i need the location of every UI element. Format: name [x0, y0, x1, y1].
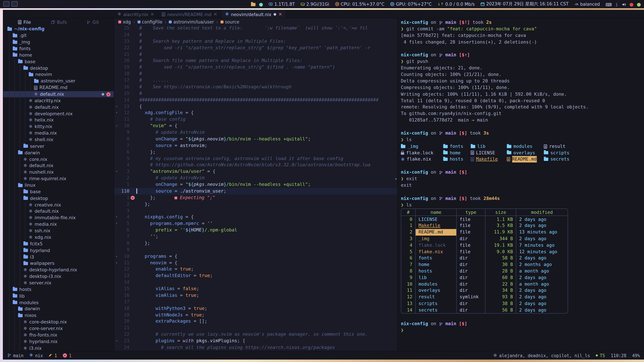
editor-line[interactable]: 11 # base config: [114, 116, 397, 123]
fold-marker[interactable]: ▾: [114, 103, 119, 110]
tree-item[interactable]: i3: [3, 254, 114, 260]
tree-item[interactable]: ❄desktop-hyprland.nix: [3, 267, 114, 273]
editor-line[interactable]: 1× };■ Expecting ";": [114, 194, 397, 201]
tree-item[interactable]: ❄helix.nix: [3, 117, 114, 123]
tree-item[interactable]: ❄xdg.nix: [3, 234, 114, 241]
tree-item[interactable]: ~/nix-config: [3, 26, 114, 32]
editor-line[interactable]: ▾23 plugins = with pkgs.vimPlugins; [: [114, 338, 397, 345]
app-tray-icon[interactable]: [259, 2, 263, 6]
editor-line[interactable]: 12 enable = true;: [114, 266, 397, 273]
fold-marker[interactable]: ▾: [114, 110, 119, 116]
tree-item[interactable]: desktop: [3, 65, 114, 71]
editor-line[interactable]: 3: [114, 207, 397, 214]
tree-item[interactable]: ❄i3.nix: [3, 345, 114, 351]
breadcrumb-item[interactable]: configFile: [137, 19, 162, 24]
workspace-2[interactable]: [12, 1, 18, 6]
editor-buffer[interactable]: 25# Save the selected text to a file: `:…: [114, 25, 397, 351]
close-tab-icon[interactable]: ×: [150, 11, 154, 17]
fold-marker[interactable]: ▾: [114, 214, 119, 221]
editor-line[interactable]: 23# Search key pattern and Replace in Mu…: [114, 38, 397, 44]
editor-line[interactable]: 21#: [114, 51, 397, 58]
tree-item[interactable]: server: [3, 143, 114, 149]
tree-item[interactable]: ❄server.nix: [3, 280, 114, 286]
editor-line[interactable]: ▾12 xdg.configFile = {: [114, 110, 397, 116]
tree-item[interactable]: darwin: [3, 306, 114, 312]
editor-line[interactable]: 19# sed -ri "s/pattern_str/replace_str/g…: [114, 64, 397, 71]
tree-item[interactable]: lib: [3, 293, 114, 299]
editor-line[interactable]: 2 # update AstroNvim: [114, 175, 397, 182]
explorer-tab-file[interactable]: File: [18, 19, 31, 25]
tree-item[interactable]: ❄nushell.nix: [3, 169, 114, 176]
editor-line[interactable]: 6 };: [114, 149, 397, 155]
tree-item[interactable]: ❄development.nix: [3, 110, 114, 117]
workspace-1[interactable]: [3, 1, 10, 6]
terminal-pane[interactable]: nix-config on main [$!] took 2s❯ git com…: [397, 18, 644, 351]
tree-item[interactable]: home: [3, 52, 114, 58]
fold-marker[interactable]: ▾: [114, 260, 119, 266]
tree-item[interactable]: README.md: [3, 84, 114, 91]
bluetooth-tray-icon[interactable]: ᛒ: [616, 1, 618, 6]
tree-item[interactable]: ❄core.nix: [3, 156, 114, 163]
close-tab-icon[interactable]: ×: [278, 11, 282, 17]
tree-item[interactable]: ❄shell.nix: [3, 137, 114, 143]
tree-item[interactable]: wallpapers: [3, 260, 114, 267]
editor-line[interactable]: 20# Search file name pattern and Replace…: [114, 58, 397, 64]
editor-line[interactable]: 15 viAlias = false;: [114, 286, 397, 292]
editor-line[interactable]: 17: [114, 299, 397, 305]
tree-item[interactable]: ❄alacritty.nix: [3, 97, 114, 104]
editor-line[interactable]: 13 defaultEditor = true;: [114, 273, 397, 279]
fold-marker[interactable]: ▾: [114, 338, 119, 345]
editor-line[interactable]: 18#: [114, 71, 397, 77]
editor-line[interactable]: 5 # my cusotom astronvim config, astronv…: [114, 155, 397, 162]
editor-line[interactable]: 14######################################…: [114, 97, 397, 103]
buffer-tab[interactable]: ❄alacritty.nix×: [114, 10, 158, 18]
editor-line[interactable]: 16# See https://astronvim.com/Basic%20Us…: [114, 84, 397, 90]
editor-line[interactable]: 21: [114, 325, 397, 331]
close-tab-icon[interactable]: ×: [214, 11, 217, 17]
tree-item[interactable]: neovim: [3, 71, 114, 78]
editor-line[interactable]: 24#: [114, 31, 397, 38]
tree-item[interactable]: ❄hyprland.nix: [3, 338, 114, 345]
editor-line[interactable]: 9: [114, 247, 397, 253]
editor-line[interactable]: 2 };: [114, 201, 397, 207]
tree-item[interactable]: ❄immutable-file.nix: [3, 215, 114, 221]
editor-line[interactable]: 1 onChange = "${pkgs.neovim}/bin/nvim --…: [114, 181, 397, 188]
tree-item[interactable]: fcitx5: [3, 241, 114, 247]
editor-line[interactable]: 20 extraPackages = [];: [114, 318, 397, 325]
editor-line[interactable]: 22 # currently we use lazy.nvim as neovi…: [114, 331, 397, 338]
buffer-tab[interactable]: ❄neovim/default.nix●×: [221, 10, 286, 18]
tree-item[interactable]: ❄media.nix: [3, 130, 114, 137]
breadcrumb-item[interactable]: source: [220, 19, 239, 24]
tree-item[interactable]: fonts: [3, 45, 114, 52]
tree-item[interactable]: ❄core-desktop.nix: [3, 319, 114, 325]
editor-line[interactable]: 8 };: [114, 240, 397, 247]
explorer-tab-bufs[interactable]: Bufs: [51, 19, 67, 25]
editor-line[interactable]: 9 # update AstroNvim: [114, 129, 397, 136]
tree-item[interactable]: ❄media.nix: [3, 221, 114, 228]
editor-line[interactable]: ▾13{: [114, 103, 397, 110]
files-tray-icon[interactable]: [251, 2, 256, 6]
tree-item[interactable]: base: [3, 189, 114, 195]
tree-item[interactable]: hyprland: [3, 247, 114, 254]
tree-item[interactable]: ❄rime-squirrel.nix: [3, 176, 114, 182]
tree-item[interactable]: ❄creative.nix: [3, 202, 114, 208]
editor-line[interactable]: ▾11 neovim = {: [114, 260, 397, 266]
editor-line[interactable]: 7 source = astronvim;: [114, 142, 397, 149]
tree-item[interactable]: _img: [3, 39, 114, 45]
tree-item[interactable]: darwin: [3, 149, 114, 156]
tree-item[interactable]: ❄core-server.nix: [3, 325, 114, 332]
tree-item[interactable]: base: [3, 58, 114, 65]
editor-line[interactable]: 14: [114, 279, 397, 286]
recorder-tray-icon[interactable]: [630, 2, 633, 6]
editor-line[interactable]: 25# Save the selected text to a file: `:…: [114, 25, 397, 31]
breadcrumb-item[interactable]: xdg: [118, 19, 131, 24]
editor-line[interactable]: 16 vimAlias = true;: [114, 292, 397, 299]
tree-item[interactable]: ❄default.nix: [3, 104, 114, 110]
fold-marker[interactable]: ▾: [114, 123, 119, 129]
editor-line[interactable]: 110 source = ./astronvim_user;: [114, 188, 397, 194]
editor-line[interactable]: 17# ......: [114, 77, 397, 84]
fold-marker[interactable]: ▾: [114, 168, 119, 175]
editor-line[interactable]: ▾3 "astronvim/lua/user" = {: [114, 168, 397, 175]
editor-line[interactable]: ▾10 programs = {: [114, 253, 397, 260]
tree-item[interactable]: astronvim_user: [3, 78, 114, 84]
